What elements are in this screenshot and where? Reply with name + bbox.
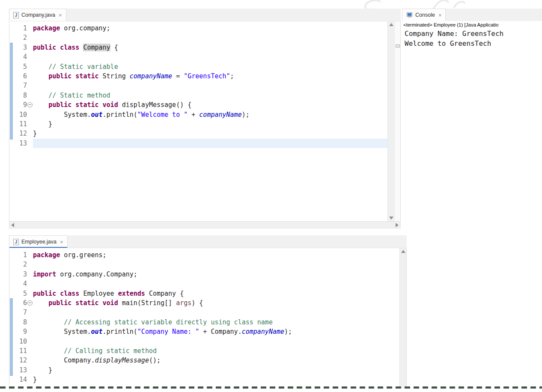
code-token: org.company.Company; — [56, 270, 137, 278]
line-number[interactable]: 14 — [13, 375, 27, 384]
code-line[interactable] — [33, 337, 399, 346]
line-number-gutter[interactable]: 12345678910111213 — [13, 21, 27, 221]
fold-collapse-icon[interactable] — [27, 102, 33, 107]
code-line[interactable]: } — [33, 119, 387, 129]
occurrence-marker[interactable] — [396, 45, 400, 48]
scroll-left-icon[interactable] — [11, 223, 14, 227]
scroll-right-icon[interactable] — [396, 223, 399, 227]
line-number[interactable]: 3 — [13, 43, 27, 52]
horizontal-scrollbar[interactable] — [9, 222, 401, 229]
code-token: ); — [284, 328, 292, 336]
scroll-up-icon[interactable] — [389, 23, 393, 26]
line-number[interactable]: 4 — [13, 279, 27, 288]
code-line[interactable]: public class Employee extends Company { — [33, 289, 399, 298]
line-number[interactable]: 3 — [13, 270, 27, 279]
code-line[interactable]: public static String companyName = "Gree… — [33, 71, 387, 81]
folding-column[interactable] — [27, 248, 33, 388]
current-code-line[interactable] — [33, 139, 387, 148]
code-token — [33, 101, 48, 109]
line-number[interactable]: 2 — [13, 260, 27, 269]
line-number[interactable]: 1 — [13, 24, 27, 33]
line-number[interactable]: 7 — [13, 81, 27, 90]
tab-console[interactable]: Console × — [402, 9, 446, 21]
code-token: // Static method — [48, 92, 110, 99]
code-token: .println( — [103, 328, 137, 336]
range-indicator-column — [9, 21, 13, 221]
code-line[interactable] — [33, 33, 387, 42]
line-number-gutter[interactable]: 1234567891011121314 — [13, 248, 27, 388]
code-editor[interactable]: 1234567891011121314 package org.greens;i… — [9, 248, 407, 388]
code-line[interactable]: import org.company.Company; — [33, 270, 399, 279]
line-number[interactable]: 6 — [13, 71, 27, 81]
overview-ruler[interactable] — [394, 21, 400, 221]
code-line[interactable]: System.out.println("Company Name: " + Co… — [33, 327, 399, 336]
console-output[interactable]: Company Name: GreensTech Welcome to Gree… — [402, 28, 542, 48]
code-line[interactable]: } — [33, 375, 399, 384]
code-area[interactable]: package org.greens;import org.company.Co… — [33, 248, 399, 388]
code-line[interactable]: } — [33, 129, 387, 138]
code-line[interactable]: // Static variable — [33, 62, 387, 71]
code-line[interactable]: public static void main(String[] args) { — [33, 298, 399, 308]
code-token: public static void — [48, 299, 118, 307]
scroll-up-icon[interactable] — [401, 250, 405, 253]
code-line[interactable] — [33, 52, 387, 62]
line-number[interactable]: 9 — [13, 327, 27, 336]
code-token: ; — [230, 72, 234, 80]
code-token: package — [33, 251, 60, 259]
tab-company-java[interactable]: J Company.java × — [9, 9, 66, 21]
java-file-icon: J — [13, 239, 19, 245]
vertical-scrollbar[interactable] — [387, 21, 394, 221]
console-status: <terminated> Employee (1) [Java Applicat… — [402, 21, 542, 28]
tab-employee-java[interactable]: J Employee.java × — [9, 235, 68, 248]
line-number[interactable]: 1 — [13, 250, 27, 260]
folding-column[interactable] — [27, 21, 33, 221]
code-line[interactable]: package org.greens; — [33, 250, 399, 260]
line-number[interactable]: 9 — [13, 100, 27, 110]
close-icon[interactable]: × — [438, 12, 442, 18]
editor-tab-bar: J Company.java × — [9, 9, 401, 21]
code-line[interactable]: public class Company { — [33, 43, 387, 52]
line-number[interactable]: 2 — [13, 33, 27, 42]
code-token: main(String[] — [118, 299, 176, 307]
line-number[interactable]: 7 — [13, 308, 27, 317]
code-token — [33, 318, 64, 326]
code-line[interactable]: public static void displayMessage() { — [33, 100, 387, 110]
line-number[interactable]: 8 — [13, 318, 27, 327]
code-token: public static — [48, 72, 98, 80]
line-number[interactable]: 12 — [13, 356, 27, 365]
code-line[interactable]: // Static method — [33, 91, 387, 100]
line-number[interactable]: 8 — [13, 91, 27, 100]
code-token: } — [33, 120, 52, 128]
line-number[interactable]: 13 — [13, 365, 27, 375]
line-number[interactable]: 11 — [13, 119, 27, 129]
code-area[interactable]: package org.company;public class Company… — [33, 21, 387, 221]
code-line[interactable]: // Calling static method — [33, 346, 399, 356]
line-number[interactable]: 13 — [13, 139, 27, 148]
code-token: "GreensTech" — [184, 72, 230, 80]
code-line[interactable]: } — [33, 365, 399, 375]
code-line[interactable] — [33, 279, 399, 288]
code-line[interactable]: package org.company; — [33, 24, 387, 33]
line-number[interactable]: 4 — [13, 52, 27, 62]
code-line[interactable]: Company.displayMessage(); — [33, 356, 399, 365]
code-line[interactable] — [33, 308, 399, 317]
line-number[interactable]: 10 — [13, 110, 27, 119]
code-line[interactable] — [33, 81, 387, 90]
line-number[interactable]: 11 — [13, 346, 27, 356]
code-line[interactable] — [33, 260, 399, 269]
close-icon[interactable]: × — [60, 239, 63, 245]
vertical-scrollbar[interactable] — [399, 248, 406, 388]
code-token: public class — [33, 290, 79, 297]
line-number[interactable]: 5 — [13, 62, 27, 71]
code-line[interactable]: System.out.println("Welcome to " + compa… — [33, 110, 387, 119]
line-number[interactable]: 5 — [13, 289, 27, 298]
line-number[interactable]: 10 — [13, 337, 27, 346]
close-icon[interactable]: × — [59, 12, 62, 18]
scroll-down-icon[interactable] — [389, 217, 393, 220]
line-number[interactable]: 12 — [13, 129, 27, 138]
fold-collapse-icon[interactable] — [27, 300, 33, 306]
line-number[interactable]: 6 — [13, 298, 27, 308]
code-editor[interactable]: 12345678910111213 package org.company;pu… — [9, 21, 401, 222]
code-line[interactable]: // Accessing static variable directly us… — [33, 318, 399, 327]
code-token — [33, 347, 64, 355]
